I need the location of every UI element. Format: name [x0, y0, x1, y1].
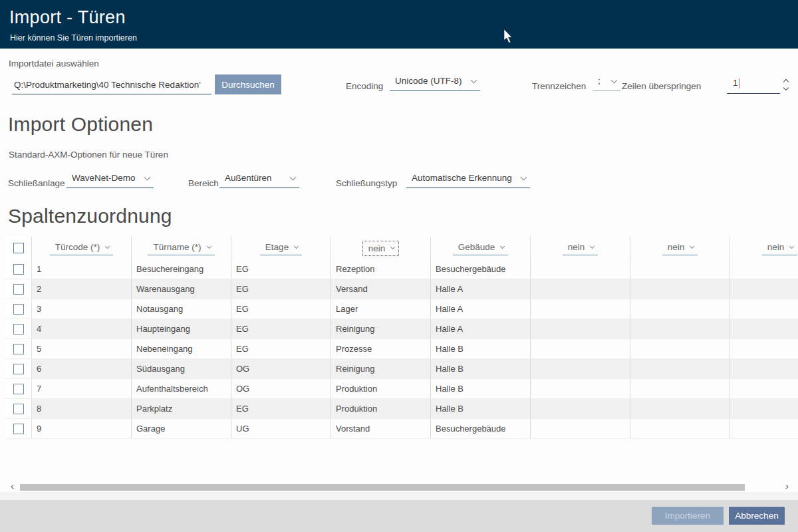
footer-bar: Importieren Abbrechen	[0, 500, 798, 532]
row-checkbox-cell	[5, 299, 32, 319]
import-file-label: Importdatei auswählen	[9, 59, 99, 68]
table-cell	[630, 319, 730, 338]
table-cell	[730, 419, 798, 438]
chevron-down-icon	[783, 84, 789, 90]
skip-rows-value: 1	[733, 78, 738, 88]
stepper-down-button[interactable]	[781, 84, 791, 92]
column-mapping-value: nein	[568, 242, 585, 252]
table-cell: Halle B	[431, 359, 531, 378]
chevron-down-icon	[390, 245, 395, 249]
chevron-down-icon	[500, 243, 505, 248]
import-doors-window: Import - Türen Hier können Sie Türen imp…	[0, 0, 798, 532]
column-mapping-select[interactable]: nein	[362, 241, 400, 256]
table-cell: Produktion	[331, 379, 431, 398]
column-mapping-select[interactable]: nein	[563, 241, 598, 255]
column-mapping-select[interactable]: nein	[662, 241, 698, 255]
import-options-heading: Import Optionen	[8, 113, 153, 136]
scrollbar-left-arrow[interactable]: ‹	[11, 480, 14, 491]
delimiter-label: Trennzeichen	[532, 81, 586, 91]
table-cell: Rezeption	[331, 259, 431, 279]
page-subtitle: Hier können Sie Türen importieren	[10, 33, 137, 43]
encoding-select[interactable]: Unicode (UTF-8)	[390, 76, 480, 91]
table-cell	[630, 279, 730, 299]
table-row: 2WarenausgangEGVersandHalle A	[5, 279, 798, 299]
column-mapping-select[interactable]: nein	[762, 241, 798, 255]
import-file-path-input[interactable]	[12, 76, 211, 94]
row-checkbox[interactable]	[13, 284, 24, 295]
table-cell	[730, 359, 798, 378]
row-checkbox[interactable]	[13, 264, 24, 275]
locking-system-value: WaveNet-Demo	[72, 173, 136, 183]
chevron-down-icon	[144, 174, 150, 180]
table-cell: 8	[32, 399, 132, 418]
cancel-button[interactable]: Abbrechen	[729, 507, 785, 525]
table-cell: Halle A	[431, 319, 531, 338]
table-cell: EG	[231, 399, 331, 418]
lock-type-select[interactable]: Automatische Erkennung	[406, 173, 530, 188]
stepper-up-button[interactable]	[781, 76, 791, 84]
table-row: 4HaupteingangEGReinigungHalle A	[5, 319, 798, 339]
table-body: 1BesuchereingangEGRezeptionBesuchergebäu…	[5, 259, 798, 439]
table-cell	[531, 319, 630, 338]
table-cell: 4	[32, 319, 132, 338]
column-mapping-value: nein	[368, 243, 386, 253]
row-checkbox[interactable]	[13, 404, 24, 414]
column-mapping-heading: Spaltenzuordnung	[8, 205, 172, 227]
row-checkbox[interactable]	[13, 304, 24, 315]
area-select[interactable]: Außentüren	[219, 173, 299, 188]
row-checkbox-cell	[5, 399, 32, 418]
table-cell	[531, 359, 630, 378]
table-cell: 7	[32, 379, 132, 398]
delimiter-select[interactable]: ;	[593, 76, 620, 91]
column-mapping-value: Türname (*)	[153, 242, 201, 252]
table-cell	[531, 279, 630, 299]
skip-rows-input[interactable]: 1	[727, 76, 780, 94]
column-mapping-value: Gebäude	[458, 242, 495, 252]
table-cell: 3	[32, 299, 132, 319]
column-mapping-select[interactable]: Türcode (*)	[50, 241, 114, 255]
table-cell: Prozesse	[331, 339, 431, 358]
chevron-down-icon	[290, 174, 297, 180]
table-cell	[730, 399, 798, 418]
column-mapping-select[interactable]: Gebäude	[453, 241, 509, 255]
table-cell	[630, 359, 730, 378]
table-cell: Halle A	[431, 299, 531, 319]
table-cell: EG	[231, 279, 331, 299]
table-cell: Halle B	[431, 399, 531, 418]
column-header-1: Türcode (*)	[32, 237, 132, 259]
row-checkbox[interactable]	[13, 424, 24, 434]
import-button[interactable]: Importieren	[652, 507, 724, 525]
table-cell: Reinigung	[331, 359, 431, 378]
table-cell: Versand	[331, 279, 431, 299]
table-cell: EG	[231, 299, 331, 319]
table-cell	[531, 419, 630, 438]
table-cell: 1	[32, 259, 132, 279]
row-checkbox-cell	[5, 319, 32, 338]
table-cell	[531, 399, 630, 418]
table-cell: Südausgang	[132, 359, 231, 378]
table-cell: Haupteingang	[132, 319, 231, 338]
column-header-2: Türname (*)	[132, 237, 231, 259]
scrollbar-thumb[interactable]	[20, 484, 745, 491]
browse-button[interactable]: Durchsuchen	[215, 74, 281, 94]
encoding-label: Encoding	[346, 81, 383, 91]
table-row: 5NebeneingangEGProzesseHalle B	[5, 339, 798, 359]
skip-rows-stepper	[779, 74, 793, 94]
table-cell: Nebeneingang	[132, 339, 231, 358]
table-cell: Warenausgang	[132, 279, 231, 299]
locking-system-select[interactable]: WaveNet-Demo	[66, 173, 154, 188]
table-cell: OG	[231, 359, 331, 378]
column-mapping-select[interactable]: Türname (*)	[148, 241, 214, 255]
row-checkbox[interactable]	[13, 324, 24, 334]
table-cell: 5	[32, 339, 132, 358]
column-mapping-value: Türcode (*)	[55, 242, 100, 252]
select-all-checkbox[interactable]	[13, 243, 24, 253]
table-cell	[531, 339, 630, 358]
column-mapping-select[interactable]: Etage	[260, 241, 302, 255]
table-cell: Besuchergebäude	[431, 419, 531, 438]
row-checkbox[interactable]	[13, 344, 24, 354]
row-checkbox[interactable]	[13, 384, 24, 394]
table-cell: OG	[231, 379, 331, 398]
scrollbar-right-arrow[interactable]: ›	[785, 480, 789, 491]
row-checkbox[interactable]	[13, 364, 24, 374]
